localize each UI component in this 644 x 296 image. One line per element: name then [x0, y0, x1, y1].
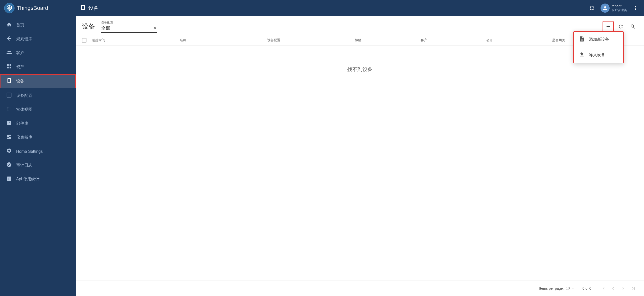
sidebar-item-assets[interactable]: 资产: [0, 60, 76, 74]
sidebar-label-assets: 资产: [16, 64, 24, 70]
empty-state: 找不到设备: [76, 46, 644, 93]
more-options-button[interactable]: [631, 4, 640, 13]
home-settings-icon: [6, 148, 12, 155]
customers-icon: [6, 50, 12, 56]
header-page-title: 设备: [88, 5, 99, 12]
sidebar-label-dashboards: 仪表板库: [16, 135, 32, 140]
refresh-button[interactable]: [616, 22, 626, 32]
header-page-icon: [80, 5, 86, 12]
sidebar-label-home: 首页: [16, 23, 24, 28]
home-icon: [6, 22, 12, 29]
sidebar-item-devices[interactable]: 设备: [0, 74, 76, 88]
sidebar-item-audit-log[interactable]: 审计日志: [0, 158, 76, 172]
col-header-profile[interactable]: 设备配置: [267, 38, 355, 43]
page-title: 设备: [82, 22, 95, 31]
col-header-tags[interactable]: 标签: [355, 38, 421, 43]
svg-point-2: [7, 38, 8, 39]
filter-area: 设备配置 全部 ✕: [101, 20, 157, 33]
sidebar-label-entity-view: 实体视图: [16, 107, 32, 112]
col-created-label: 创建时间: [92, 38, 105, 43]
top-header: ThingsBoard 设备 tenant 租户管理员: [0, 0, 644, 16]
pagination-footer: Items per page: 10 0 of 0: [76, 281, 644, 296]
svg-point-1: [8, 7, 11, 9]
col-header-checkbox[interactable]: [82, 38, 92, 43]
assets-icon: [6, 64, 12, 70]
col-public-label: 公开: [486, 38, 493, 43]
sidebar-label-rules: 规则链库: [16, 36, 32, 42]
sidebar-label-api-stats: Api 使用统计: [16, 177, 39, 182]
sidebar-item-device-profiles[interactable]: 设备配置: [0, 89, 76, 103]
svg-point-5: [9, 40, 10, 41]
col-gateway-label: 是否网关: [552, 38, 565, 43]
page-header: 设备 设备配置 全部 ✕ +: [76, 16, 644, 35]
sort-icon-created: ↓: [106, 38, 108, 42]
add-new-device-item[interactable]: 添加新设备: [574, 32, 623, 47]
api-stats-icon: [6, 176, 12, 183]
import-device-icon: [579, 51, 585, 59]
app-name: ThingsBoard: [17, 5, 48, 11]
sidebar: 首页 规则链库 客户 资产 设备: [0, 16, 76, 296]
filter-clear-button[interactable]: ✕: [153, 25, 157, 31]
sidebar-item-home[interactable]: 首页: [0, 18, 76, 32]
table-header-row: 创建时间 ↓ 名称 设备配置 标签 客户: [76, 35, 644, 46]
sidebar-item-api-stats[interactable]: Api 使用统计: [0, 172, 76, 186]
col-header-created[interactable]: 创建时间 ↓: [92, 38, 180, 43]
main-layout: 首页 规则链库 客户 资产 设备: [0, 16, 644, 296]
devices-icon: [6, 78, 12, 85]
sidebar-label-devices: 设备: [16, 79, 24, 84]
user-name: tenant: [612, 4, 627, 8]
col-name-label: 名称: [180, 38, 186, 43]
content-area: 设备 设备配置 全部 ✕ +: [76, 16, 644, 296]
sidebar-item-home-settings[interactable]: Home Settings: [0, 144, 76, 158]
import-device-item[interactable]: 导入设备: [574, 47, 623, 63]
add-device-dropdown: 添加新设备 导入设备: [573, 31, 624, 63]
sidebar-item-rules[interactable]: 规则链库: [0, 32, 76, 46]
rules-icon: [6, 36, 12, 43]
select-all-checkbox[interactable]: [82, 38, 86, 43]
sidebar-item-dashboards[interactable]: 仪表板库: [0, 131, 76, 144]
sidebar-label-audit-log: 审计日志: [16, 163, 32, 168]
add-button[interactable]: +: [603, 21, 614, 32]
import-device-label: 导入设备: [589, 52, 605, 58]
filter-label: 设备配置: [101, 20, 157, 25]
user-area[interactable]: tenant 租户管理员: [601, 4, 627, 13]
per-page-value: 10: [566, 286, 570, 290]
items-per-page-label: Items per page:: [539, 286, 564, 290]
first-page-button[interactable]: [599, 284, 608, 293]
device-profiles-icon: [6, 92, 12, 99]
pagination-nav: [599, 284, 638, 293]
col-header-customer[interactable]: 客户: [421, 38, 486, 43]
col-header-name[interactable]: 名称: [180, 38, 267, 43]
fullscreen-button[interactable]: [587, 4, 596, 13]
svg-point-4: [9, 36, 10, 37]
user-info: tenant 租户管理员: [612, 4, 627, 12]
user-role: 租户管理员: [612, 8, 627, 12]
col-profile-label: 设备配置: [267, 38, 280, 43]
sidebar-item-customers[interactable]: 客户: [0, 46, 76, 60]
pagination-info: 0 of 0: [579, 286, 594, 290]
dashboards-icon: [6, 134, 12, 141]
add-device-icon: [579, 36, 585, 43]
page-content: 设备 设备配置 全部 ✕ +: [76, 16, 644, 296]
col-header-public[interactable]: 公开: [486, 38, 552, 43]
next-page-button[interactable]: [619, 284, 628, 293]
sidebar-label-customers: 客户: [16, 50, 24, 56]
thingsboard-logo-icon: [4, 3, 15, 13]
sidebar-label-home-settings: Home Settings: [16, 149, 43, 154]
user-avatar: [601, 4, 610, 13]
sidebar-label-widgets: 部件库: [16, 121, 28, 126]
col-tags-label: 标签: [355, 38, 361, 43]
filter-select-row[interactable]: 全部 ✕: [101, 25, 157, 33]
search-button[interactable]: [628, 22, 638, 32]
sidebar-label-device-profiles: 设备配置: [16, 93, 32, 98]
items-per-page: Items per page: 10: [539, 286, 575, 291]
logo-area: ThingsBoard: [4, 3, 80, 13]
prev-page-button[interactable]: [609, 284, 618, 293]
toolbar-actions: +: [603, 21, 638, 32]
per-page-select[interactable]: 10: [566, 286, 575, 291]
header-actions: tenant 租户管理员: [587, 4, 640, 13]
last-page-button[interactable]: [629, 284, 638, 293]
sidebar-item-widgets[interactable]: 部件库: [0, 117, 76, 131]
table-area: 创建时间 ↓ 名称 设备配置 标签 客户: [76, 35, 644, 281]
sidebar-item-entity-view[interactable]: 实体视图: [0, 103, 76, 117]
